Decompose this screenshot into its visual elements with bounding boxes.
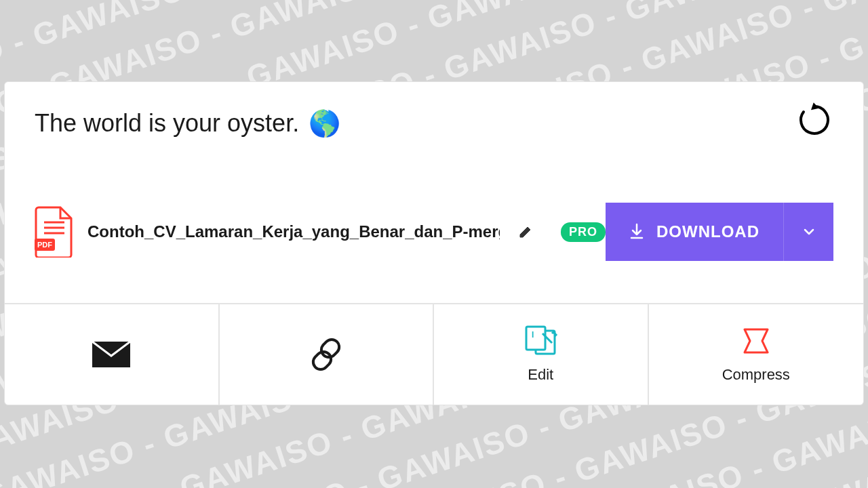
svg-rect-7 xyxy=(310,348,334,372)
edit-doc-icon: I xyxy=(521,325,560,357)
action-edit[interactable]: I Edit xyxy=(434,304,649,405)
restart-icon xyxy=(797,102,832,138)
svg-text:I: I xyxy=(532,330,534,340)
svg-text:PDF: PDF xyxy=(37,241,52,249)
action-edit-label: Edit xyxy=(528,366,553,384)
compress-icon xyxy=(736,325,776,357)
file-name: Contoh_CV_Lamaran_Kerja_yang_Benar_dan_P… xyxy=(87,222,500,241)
result-card: The world is your oyster. 🌎 PDF Contoh_C… xyxy=(4,81,864,405)
download-button[interactable]: DOWNLOAD xyxy=(606,203,783,261)
action-compress[interactable]: Compress xyxy=(649,304,864,405)
pencil-icon xyxy=(518,224,533,239)
globe-icon: 🌎 xyxy=(309,110,340,136)
mail-icon xyxy=(92,335,131,374)
title-text: The world is your oyster. xyxy=(35,109,299,138)
file-info: PDF Contoh_CV_Lamaran_Kerja_yang_Benar_d… xyxy=(35,206,606,258)
restart-button[interactable] xyxy=(795,101,833,139)
download-group: DOWNLOAD xyxy=(606,203,833,261)
page-title: The world is your oyster. 🌎 xyxy=(35,109,833,138)
pdf-file-icon: PDF xyxy=(35,206,74,258)
svg-rect-9 xyxy=(526,327,545,350)
download-icon xyxy=(629,223,644,241)
chevron-down-icon xyxy=(802,225,816,239)
link-icon xyxy=(307,335,346,374)
header-row: The world is your oyster. 🌎 xyxy=(5,82,863,138)
action-grid: I Edit Compress xyxy=(5,303,863,405)
pro-badge: PRO xyxy=(561,222,606,242)
action-link[interactable] xyxy=(220,304,435,405)
action-email[interactable] xyxy=(5,304,220,405)
action-compress-label: Compress xyxy=(722,366,790,384)
rename-button[interactable] xyxy=(516,222,535,241)
download-options-button[interactable] xyxy=(783,203,833,261)
file-row: PDF Contoh_CV_Lamaran_Kerja_yang_Benar_d… xyxy=(5,203,863,261)
download-label: DOWNLOAD xyxy=(656,222,760,241)
